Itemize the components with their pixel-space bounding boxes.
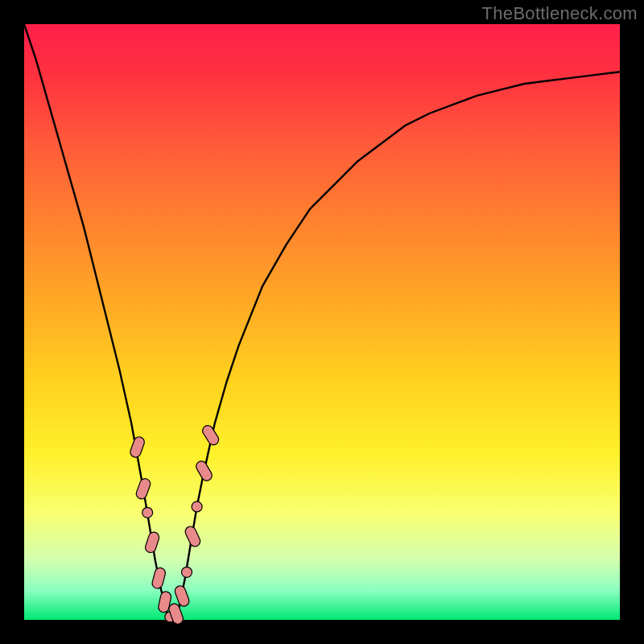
marker-capsule <box>184 525 202 548</box>
chart-frame: TheBottleneck.com <box>0 0 644 644</box>
watermark-text: TheBottleneck.com <box>482 3 638 24</box>
markers-group <box>129 423 221 625</box>
marker-dot <box>142 507 153 518</box>
marker-capsule <box>200 423 221 447</box>
marker-capsule <box>134 477 151 501</box>
marker-capsule <box>129 436 146 459</box>
chart-svg <box>24 24 620 620</box>
marker-capsule <box>144 530 160 554</box>
marker-dot <box>192 502 202 512</box>
plot-area <box>24 24 620 620</box>
marker-dot <box>182 567 192 577</box>
marker-capsule <box>194 459 213 482</box>
bottleneck-curve <box>24 24 620 620</box>
marker-capsule <box>151 567 167 589</box>
